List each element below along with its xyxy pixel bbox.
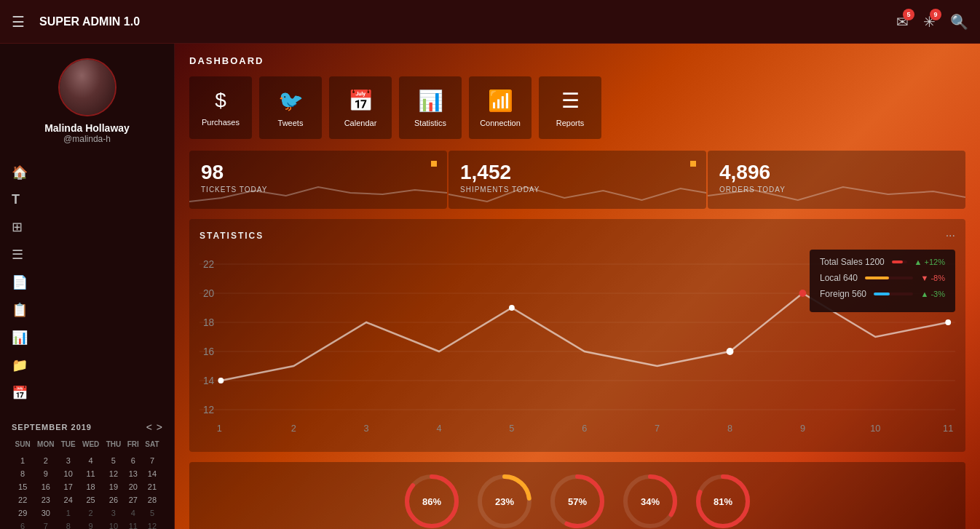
quick-actions: $ Purchases🐦 Tweets📅 Calendar📊 Statistic… bbox=[189, 76, 965, 139]
sidebar-item-doc[interactable]: 📄 bbox=[0, 269, 174, 296]
calendar-day[interactable]: 7 bbox=[142, 454, 162, 467]
calendar-day[interactable]: 23 bbox=[33, 493, 58, 506]
calendar-day[interactable]: 17 bbox=[58, 480, 79, 493]
qa-label: Calendar bbox=[344, 119, 377, 127]
legend-total-label: Total Sales 1200 bbox=[820, 257, 885, 267]
qa-label: Purchases bbox=[202, 118, 240, 127]
calendar-day[interactable]: 14 bbox=[142, 467, 162, 480]
gauge-text: 81% bbox=[714, 496, 732, 507]
sidebar-item-folder[interactable]: 📁 bbox=[0, 351, 174, 379]
gauge-text: 23% bbox=[495, 496, 514, 507]
calendar-next[interactable]: > bbox=[157, 421, 162, 433]
statistics-title: STATISTICS bbox=[199, 231, 264, 241]
calendar-day[interactable]: 21 bbox=[142, 480, 162, 493]
stat-cards: 98 TICKETS TODAY 1,452 SHIPMENTS TODAY bbox=[189, 151, 965, 209]
calendar-day[interactable]: 16 bbox=[33, 480, 58, 493]
calendar-day[interactable]: 12 bbox=[103, 467, 125, 480]
calendar-day[interactable]: 30 bbox=[33, 506, 58, 520]
quick-action-connection[interactable]: 📶 Connection bbox=[469, 76, 532, 139]
svg-text:8: 8 bbox=[727, 423, 732, 434]
chart-dot-8 bbox=[727, 348, 734, 355]
calendar-day[interactable]: 9 bbox=[79, 520, 103, 529]
chart-legend: Total Sales 1200 ▲ +12% Local 640 ▼ -8 bbox=[810, 250, 955, 312]
sidebar-item-list[interactable]: ☰ bbox=[0, 241, 174, 269]
calendar-day[interactable]: 11 bbox=[125, 520, 142, 529]
quick-action-statistics[interactable]: 📊 Statistics bbox=[399, 76, 462, 139]
calendar-day[interactable]: 5 bbox=[103, 454, 125, 467]
calendar-day[interactable]: 28 bbox=[142, 493, 162, 506]
stat-card-tickets: 98 TICKETS TODAY bbox=[189, 151, 447, 209]
calendar-day[interactable]: 26 bbox=[103, 493, 125, 506]
calendar-day[interactable]: 4 bbox=[79, 454, 103, 467]
calendar-day[interactable]: 7 bbox=[33, 520, 58, 529]
qa-icon: 📅 bbox=[348, 89, 374, 113]
gauge-efficiency: 23% bbox=[475, 472, 534, 529]
calendar-day[interactable]: 24 bbox=[58, 493, 79, 506]
calendar-day[interactable]: 29 bbox=[12, 506, 33, 520]
qa-label: Connection bbox=[480, 119, 521, 127]
sidebar-item-text[interactable]: T bbox=[0, 186, 174, 213]
stat-tickets-sparkline bbox=[189, 180, 447, 209]
calendar-day[interactable]: 8 bbox=[58, 520, 79, 529]
gauges-section: 86% 23% 57% 34% bbox=[189, 462, 965, 529]
calendar-day[interactable]: 4 bbox=[125, 506, 142, 520]
calendar-day[interactable]: 22 bbox=[12, 493, 33, 506]
calendar-day[interactable]: 3 bbox=[103, 506, 125, 520]
qa-label: Tweets bbox=[278, 119, 304, 127]
stat-orders-sparkline bbox=[708, 180, 965, 209]
quick-action-tweets[interactable]: 🐦 Tweets bbox=[259, 76, 322, 139]
statistics-more-icon[interactable]: ··· bbox=[946, 229, 955, 242]
main-layout: Malinda Hollaway @malinda-h 🏠 T ⊞ ☰ 📄 📋 … bbox=[0, 44, 980, 529]
app-title: SUPER ADMIN 1.0 bbox=[39, 15, 882, 28]
calendar-day[interactable]: 3 bbox=[58, 454, 79, 467]
search-icon-wrap[interactable]: 🔍 bbox=[950, 13, 968, 31]
calendar-day[interactable]: 19 bbox=[103, 480, 125, 493]
calendar-day[interactable]: 2 bbox=[33, 454, 58, 467]
qa-label: Reports bbox=[556, 119, 585, 127]
menu-icon[interactable]: ☰ bbox=[12, 13, 25, 31]
svg-text:12: 12 bbox=[203, 404, 214, 415]
calendar-day[interactable]: 2 bbox=[79, 506, 103, 520]
calendar-day[interactable]: 6 bbox=[12, 520, 33, 529]
svg-text:18: 18 bbox=[203, 317, 215, 328]
svg-text:9: 9 bbox=[800, 423, 805, 434]
legend-row-total: Total Sales 1200 ▲ +12% bbox=[820, 257, 945, 267]
calendar-day[interactable]: 9 bbox=[33, 467, 58, 480]
calendar-day[interactable]: 1 bbox=[58, 506, 79, 520]
avatar-image bbox=[60, 58, 115, 116]
cal-day-header-thu: THU bbox=[103, 439, 125, 450]
sidebar: Malinda Hollaway @malinda-h 🏠 T ⊞ ☰ 📄 📋 … bbox=[0, 44, 175, 529]
calendar-day[interactable]: 8 bbox=[12, 467, 33, 480]
legend-local-label: Local 640 bbox=[820, 273, 858, 283]
sidebar-item-grid[interactable]: ⊞ bbox=[0, 213, 174, 241]
calendar-day[interactable]: 20 bbox=[125, 480, 142, 493]
topbar-icons: ✉ 5 ✳ 9 🔍 bbox=[896, 13, 968, 31]
quick-action-reports[interactable]: ☰ Reports bbox=[539, 76, 601, 139]
calendar-day[interactable]: 27 bbox=[125, 493, 142, 506]
legend-local-bar bbox=[865, 277, 913, 279]
calendar-day[interactable]: 13 bbox=[125, 467, 142, 480]
quick-action-calendar[interactable]: 📅 Calendar bbox=[329, 76, 392, 139]
sidebar-item-chart[interactable]: 📊 bbox=[0, 324, 174, 351]
email-icon-wrap[interactable]: ✉ 5 bbox=[896, 13, 909, 31]
sidebar-item-clipboard[interactable]: 📋 bbox=[0, 296, 174, 324]
calendar-day[interactable]: 10 bbox=[58, 467, 79, 480]
calendar-day[interactable]: 12 bbox=[142, 520, 162, 529]
svg-text:5: 5 bbox=[509, 423, 514, 434]
sidebar-item-home[interactable]: 🏠 bbox=[0, 159, 174, 186]
calendar-day[interactable]: 18 bbox=[79, 480, 103, 493]
qa-icon: $ bbox=[215, 89, 226, 112]
calendar-day[interactable]: 11 bbox=[79, 467, 103, 480]
calendar-day[interactable]: 1 bbox=[12, 454, 33, 467]
calendar-day[interactable]: 6 bbox=[125, 454, 142, 467]
calendar-prev[interactable]: < bbox=[146, 421, 152, 433]
svg-text:10: 10 bbox=[870, 423, 880, 434]
sidebar-item-calendar[interactable]: 📅 bbox=[0, 379, 174, 407]
calendar-grid: SUN MON TUE WED THU FRI SAT 123456789101… bbox=[12, 439, 162, 529]
notification-icon-wrap[interactable]: ✳ 9 bbox=[923, 13, 936, 31]
quick-action-purchases[interactable]: $ Purchases bbox=[189, 76, 252, 139]
calendar-day[interactable]: 10 bbox=[103, 520, 125, 529]
calendar-day[interactable]: 5 bbox=[142, 506, 162, 520]
calendar-day[interactable]: 15 bbox=[12, 480, 33, 493]
calendar-day[interactable]: 25 bbox=[79, 493, 103, 506]
